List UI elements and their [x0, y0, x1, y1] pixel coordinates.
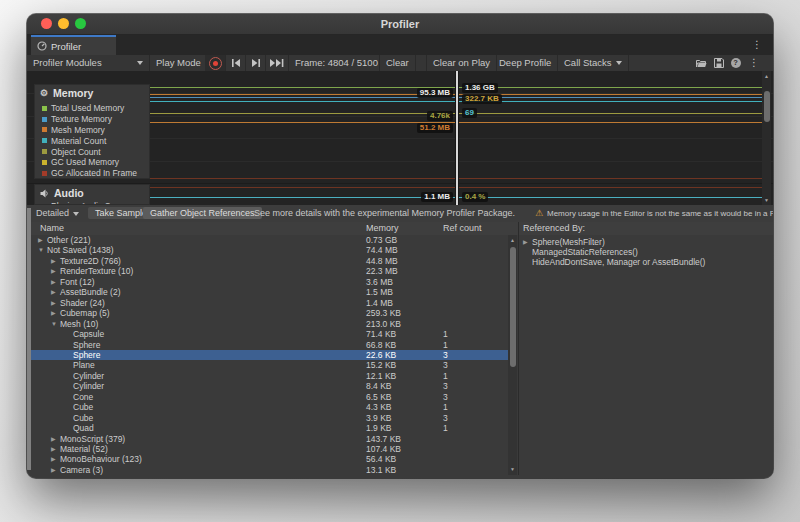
- tab-profiler[interactable]: Profiler: [31, 35, 116, 55]
- table-scrollbar-thumb[interactable]: [510, 247, 516, 367]
- expand-arrow-icon[interactable]: ▶: [38, 235, 43, 245]
- charts-scrollbar[interactable]: ▲ ▼: [762, 71, 771, 205]
- scroll-up-icon[interactable]: ▲: [762, 73, 771, 80]
- legend-swatch: [42, 138, 47, 143]
- expand-arrow-icon[interactable]: ▶: [51, 454, 56, 464]
- column-header-refcount[interactable]: Ref count: [443, 222, 482, 235]
- chart-value-label: 95.3 MB: [417, 88, 453, 98]
- expand-arrow-icon[interactable]: ▶: [51, 277, 56, 287]
- memory-legend-item[interactable]: Texture Memory: [35, 114, 149, 125]
- table-row[interactable]: ▶Font (12)3.6 MB: [27, 277, 516, 287]
- table-row[interactable]: Sphere22.6 KB3: [27, 350, 516, 360]
- row-name: Cube: [73, 413, 93, 423]
- collapse-arrow-icon[interactable]: ▼: [38, 245, 44, 255]
- next-frame-button[interactable]: [246, 55, 266, 71]
- expand-arrow-icon[interactable]: ▶: [51, 298, 56, 308]
- scroll-up-icon[interactable]: ▲: [508, 237, 517, 244]
- deep-profile-button[interactable]: Deep Profile: [493, 55, 558, 71]
- scroll-down-icon[interactable]: ▼: [508, 466, 517, 473]
- memory-legend-item[interactable]: GC Allocated In Frame: [35, 168, 149, 179]
- toolbar-context-menu-icon[interactable]: ⋮: [747, 55, 761, 71]
- record-button[interactable]: [205, 55, 226, 71]
- table-row[interactable]: ▶RenderTexture (10)22.3 MB: [27, 266, 516, 276]
- table-row[interactable]: Cube3.9 KB3: [27, 413, 516, 423]
- referenced-by-item[interactable]: HideAndDontSave, Manager or AssetBundle(…: [519, 257, 773, 267]
- row-name: Quad: [73, 423, 94, 433]
- chart-value-label: 0.4 %: [462, 192, 488, 202]
- frame-counter: Frame: 4804 / 5100: [289, 55, 384, 71]
- charts-scrollbar-thumb[interactable]: [764, 91, 770, 122]
- expand-arrow-icon[interactable]: ▶: [51, 287, 56, 297]
- table-row[interactable]: Cone6.5 KB3: [27, 392, 516, 402]
- tab-context-menu-icon[interactable]: ⋮: [752, 40, 762, 50]
- table-row[interactable]: ▶Texture2D (766)44.8 MB: [27, 256, 516, 266]
- memory-legend-item[interactable]: Mesh Memory: [35, 125, 149, 136]
- scroll-down-icon[interactable]: ▼: [762, 197, 771, 204]
- clear-on-play-button[interactable]: Clear on Play: [426, 55, 497, 71]
- table-row[interactable]: ▶Material (52)107.4 KB: [27, 444, 516, 454]
- table-row[interactable]: Cylinder12.1 KB1: [27, 371, 516, 381]
- referenced-by-item[interactable]: ManagedStaticReferences(): [519, 247, 773, 257]
- memory-profiler-info-text: See more details with the experimental M…: [254, 205, 515, 222]
- memory-module-header[interactable]: ⚙ Memory: [35, 85, 149, 101]
- table-row[interactable]: Quad1.9 KB1: [27, 423, 516, 433]
- row-name: Capsule: [73, 329, 104, 339]
- play-mode-dropdown[interactable]: Play Mode: [150, 55, 207, 71]
- playhead-line[interactable]: [456, 71, 458, 205]
- expand-arrow-icon[interactable]: ▶: [523, 237, 528, 247]
- table-row[interactable]: ▼Not Saved (1438)74.4 MB: [27, 245, 516, 255]
- help-button[interactable]: ?: [727, 55, 744, 71]
- table-row[interactable]: ▶AssetBundle (2)1.5 MB: [27, 287, 516, 297]
- profiler-charts-area[interactable]: 95.3 MB1.36 GB322.7 KB694.76k51.2 MB1.1 …: [27, 71, 773, 205]
- legend-swatch: [42, 160, 47, 165]
- table-row[interactable]: ▶Cubemap (5)259.3 KB: [27, 308, 516, 318]
- table-row[interactable]: ▶Camera (3)13.1 KB: [27, 465, 516, 475]
- chevron-down-icon: [73, 212, 79, 216]
- row-memory: 66.8 KB: [366, 340, 396, 350]
- expand-arrow-icon[interactable]: ▶: [51, 256, 56, 266]
- previous-frame-button[interactable]: [226, 55, 246, 71]
- memory-legend-item[interactable]: Object Count: [35, 146, 149, 157]
- title-bar[interactable]: Profiler: [27, 14, 773, 35]
- expand-arrow-icon[interactable]: ▶: [51, 465, 56, 475]
- column-header-memory[interactable]: Memory: [366, 222, 399, 235]
- table-row[interactable]: Sphere66.8 KB1: [27, 340, 516, 350]
- tab-bar: Profiler ⋮: [27, 35, 773, 55]
- expand-arrow-icon[interactable]: ▶: [51, 444, 56, 454]
- memory-legend-item[interactable]: GC Used Memory: [35, 157, 149, 168]
- profiler-modules-dropdown[interactable]: Profiler Modules: [27, 55, 150, 71]
- table-row[interactable]: Cylinder8.4 KB3: [27, 381, 516, 391]
- call-stacks-dropdown[interactable]: Call Stacks: [558, 55, 629, 71]
- row-memory: 12.1 KB: [366, 371, 396, 381]
- column-header-name[interactable]: Name: [40, 222, 64, 235]
- expand-arrow-icon[interactable]: ▶: [51, 434, 56, 444]
- row-name: Material (52): [60, 444, 108, 454]
- table-row[interactable]: ▼Mesh (10)213.0 KB: [27, 319, 516, 329]
- table-row[interactable]: Capsule71.4 KB1: [27, 329, 516, 339]
- clear-button[interactable]: Clear: [379, 55, 416, 71]
- load-profile-button[interactable]: [693, 55, 710, 71]
- window-title: Profiler: [27, 14, 773, 34]
- expand-arrow-icon[interactable]: ▶: [51, 266, 56, 276]
- table-row[interactable]: Cube4.3 KB1: [27, 402, 516, 412]
- save-profile-button[interactable]: [710, 55, 727, 71]
- expand-arrow-icon[interactable]: ▶: [51, 308, 56, 318]
- table-row[interactable]: ▶MonoScript (379)143.7 KB: [27, 434, 516, 444]
- audio-module-header[interactable]: Audio: [35, 185, 149, 201]
- table-scrollbar[interactable]: ▲ ▼: [508, 235, 517, 475]
- row-refcount: 1: [443, 402, 448, 412]
- row-memory: 1.5 MB: [366, 287, 393, 297]
- table-row[interactable]: Plane15.2 KB3: [27, 360, 516, 370]
- memory-legend-item[interactable]: Material Count: [35, 135, 149, 146]
- legend-swatch: [42, 149, 47, 154]
- memory-legend-item[interactable]: Total Used Memory: [35, 103, 149, 114]
- row-memory: 44.8 MB: [366, 256, 398, 266]
- table-row[interactable]: ▶MonoBehaviour (123)56.4 KB: [27, 454, 516, 464]
- table-row[interactable]: ▶Shader (24)1.4 MB: [27, 298, 516, 308]
- gather-object-references-button[interactable]: Gather Object References: [143, 207, 262, 219]
- current-frame-button[interactable]: [266, 55, 289, 71]
- table-row[interactable]: ▶Other (221)0.73 GB: [27, 235, 516, 245]
- detailed-view-dropdown[interactable]: Detailed: [36, 205, 79, 222]
- collapse-arrow-icon[interactable]: ▼: [51, 319, 57, 329]
- referenced-by-item[interactable]: ▶Sphere(MeshFilter): [519, 237, 773, 247]
